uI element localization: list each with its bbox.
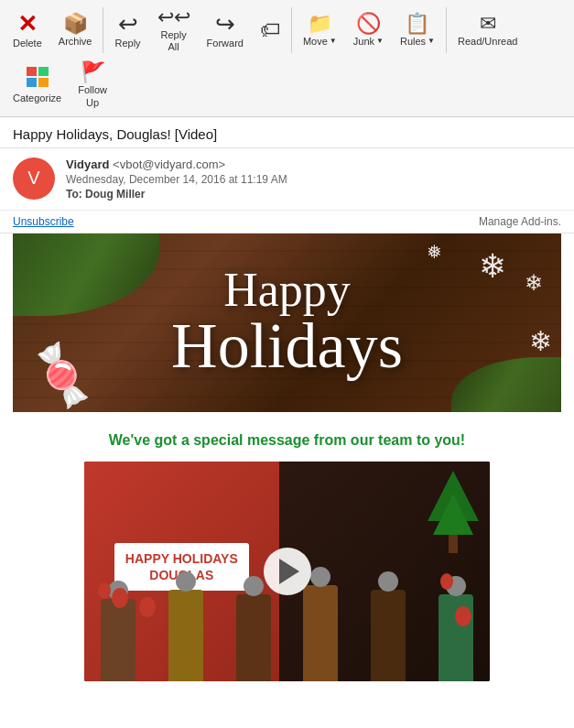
junk-arrow-icon: ▼ — [376, 37, 384, 46]
categorize-button[interactable]: Categorize — [5, 59, 69, 112]
play-triangle-icon — [279, 559, 299, 584]
tag-icon: 🏷 — [260, 20, 280, 40]
person-4 — [303, 585, 338, 681]
email-meta: V Vidyard <vbot@vidyard.com> Wednesday, … — [0, 148, 574, 211]
junk-button[interactable]: 🚫 Junk ▼ — [346, 4, 391, 57]
forward-button[interactable]: ↪ Forward — [200, 4, 251, 57]
video-thumbnail[interactable]: HAPPY HOLIDAYS DOUGLAS — [84, 462, 490, 681]
forward-label: Forward — [207, 38, 244, 49]
email-to: To: Doug Miller — [66, 188, 287, 201]
rules-icon: 📋 — [405, 14, 429, 34]
junk-label: Junk ▼ — [353, 36, 384, 48]
junk-icon: 🚫 — [356, 14, 381, 34]
categorize-icon — [27, 67, 49, 91]
archive-label: Archive — [59, 36, 92, 48]
special-message-text: We've got a special message from our tea… — [13, 412, 561, 462]
svg-rect-3 — [38, 78, 49, 87]
archive-button[interactable]: 📦 Archive — [51, 4, 100, 57]
person-1 — [101, 599, 135, 681]
follow-up-icon: 🚩 — [81, 62, 105, 82]
person-5 — [371, 590, 406, 681]
holiday-banner: ❄ ❄ ❅ ❄ 🍬 Happy Holidays — [13, 234, 561, 412]
sender-avatar: V — [13, 158, 55, 200]
delete-button[interactable]: ✕ Delete — [5, 4, 49, 57]
sender-email-address: <vbot@vidyard.com> — [113, 158, 225, 171]
person-3 — [236, 594, 271, 681]
read-unread-icon: ✉ — [480, 14, 496, 34]
banner-text: Happy Holidays — [171, 266, 403, 378]
avatar-initial: V — [27, 168, 39, 189]
svg-rect-2 — [27, 78, 37, 87]
video-play-button[interactable] — [264, 548, 311, 595]
balloon-1 — [112, 588, 128, 608]
sender-info: Vidyard <vbot@vidyard.com> — [66, 158, 287, 171]
balloon-2 — [139, 597, 156, 617]
move-button[interactable]: 📁 Move ▼ — [296, 4, 344, 57]
reply-icon: ↩ — [118, 12, 138, 36]
info-bar: Unsubscribe Manage Add-ins. — [0, 211, 574, 234]
reply-all-button[interactable]: ↩↩ ReplyAll — [150, 4, 198, 57]
email-content-area: Happy Holidays, Douglas! [Video] V Vidya… — [0, 117, 574, 728]
email-date: Wednesday, December 14, 2016 at 11:19 AM — [66, 173, 287, 186]
divider-1 — [103, 7, 103, 53]
email-meta-info: Vidyard <vbot@vidyard.com> Wednesday, De… — [66, 158, 287, 201]
to-recipient: Doug Miller — [85, 188, 145, 201]
email-body: ❄ ❄ ❅ ❄ 🍬 Happy Holidays We've got a spe… — [0, 234, 574, 700]
archive-icon: 📦 — [63, 14, 88, 34]
reply-button[interactable]: ↩ Reply — [107, 4, 147, 57]
banner-happy-text: Happy — [171, 266, 403, 314]
follow-up-label: FollowUp — [78, 84, 107, 108]
person-2 — [168, 590, 203, 681]
read-unread-label: Read/Unread — [458, 36, 517, 48]
move-label: Move ▼ — [303, 36, 337, 48]
snowflake-4: ❄ — [529, 325, 552, 357]
manage-addins-link[interactable]: Manage Add-ins. — [479, 215, 561, 228]
move-icon: 📁 — [308, 14, 332, 34]
rules-button[interactable]: 📋 Rules ▼ — [393, 4, 442, 57]
snowflake-2: ❄ — [525, 270, 543, 296]
unsubscribe-link[interactable]: Unsubscribe — [13, 215, 74, 228]
reply-all-icon: ↩↩ — [157, 7, 190, 27]
snowflake-1: ❄ — [479, 247, 506, 286]
move-arrow-icon: ▼ — [330, 37, 337, 46]
rules-arrow-icon: ▼ — [428, 37, 435, 46]
divider-3 — [446, 7, 447, 53]
categorize-label: Categorize — [13, 92, 61, 104]
delete-label: Delete — [13, 38, 42, 49]
divider-2 — [291, 7, 292, 53]
person-6 — [439, 594, 473, 681]
follow-up-button[interactable]: 🚩 FollowUp — [70, 59, 114, 112]
sender-name: Vidyard — [66, 158, 109, 171]
balloon-5 — [440, 573, 453, 590]
reply-label: Reply — [114, 38, 140, 49]
rules-label: Rules ▼ — [400, 36, 435, 48]
read-unread-button[interactable]: ✉ Read/Unread — [450, 4, 525, 57]
snowflake-3: ❅ — [427, 241, 442, 263]
video-thumbnail-container[interactable]: HAPPY HOLIDAYS DOUGLAS — [84, 462, 490, 681]
delete-icon: ✕ — [17, 12, 38, 36]
tag-button[interactable]: 🏷 — [253, 4, 287, 57]
svg-rect-1 — [38, 67, 49, 76]
balloon-4 — [455, 606, 471, 626]
forward-icon: ↪ — [215, 12, 235, 36]
banner-holidays-text: Holidays — [171, 314, 403, 378]
email-subject: Happy Holidays, Douglas! [Video] — [0, 117, 574, 148]
reply-all-label: ReplyAll — [161, 29, 187, 53]
balloon-3 — [98, 582, 111, 599]
svg-rect-0 — [27, 67, 37, 76]
toolbar: ✕ Delete 📦 Archive ↩ Reply ↩↩ ReplyAll ↪… — [0, 0, 574, 117]
